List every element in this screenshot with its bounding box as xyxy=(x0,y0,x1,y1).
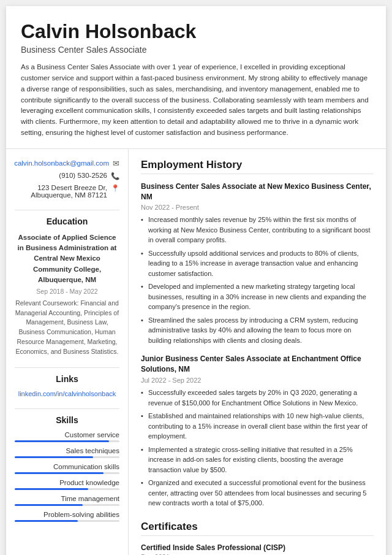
address-line2: Albuquerque, NM 87121 xyxy=(31,191,107,199)
skill-item: Time management xyxy=(15,495,119,506)
skill-item: Customer service xyxy=(15,431,119,442)
linkedin-link[interactable]: linkedin.com/in/calvinholsonback xyxy=(15,390,119,397)
email-row: calvin.holsonback@gmail.com ✉ xyxy=(15,159,119,168)
education-section: Education Associate of Applied Science i… xyxy=(15,216,119,357)
skill-item: Sales techniques xyxy=(15,447,119,458)
job-date: Nov 2022 - Present xyxy=(141,204,374,211)
skill-bar-fill xyxy=(15,440,109,442)
jobs-container: Business Center Sales Associate at New M… xyxy=(141,182,374,508)
skill-bar xyxy=(15,488,119,490)
contact-section: calvin.holsonback@gmail.com ✉ (910) 530-… xyxy=(15,159,119,199)
job-bullet: Established and maintained relationships… xyxy=(141,411,374,442)
employment-section-title: Employment History xyxy=(141,159,374,174)
links-section: Links linkedin.com/in/calvinholsonback xyxy=(15,374,119,397)
skill-bar xyxy=(15,520,119,522)
certificates-section-title: Certificates xyxy=(141,521,374,536)
education-content: Associate of Applied Science in Business… xyxy=(15,232,119,357)
address-line1: 123 Desert Breeze Dr, xyxy=(37,184,107,191)
employment-section: Employment History Business Center Sales… xyxy=(141,159,374,508)
skills-section: Skills Customer service Sales techniques… xyxy=(15,415,119,522)
skill-name: Customer service xyxy=(15,431,119,438)
phone-icon: 📞 xyxy=(111,172,119,180)
job-bullets: Increased monthly sales revenue by 25% w… xyxy=(141,215,374,345)
right-column: Employment History Business Center Sales… xyxy=(129,149,386,555)
job-bullet: Increased monthly sales revenue by 25% w… xyxy=(141,215,374,245)
phone-text: (910) 530-2526 xyxy=(59,172,107,179)
email-icon: ✉ xyxy=(113,159,119,168)
job-date: Jul 2022 - Sep 2022 xyxy=(141,377,374,384)
education-section-title: Education xyxy=(15,216,119,226)
certs-container: Certified Inside Sales Professional (CIS… xyxy=(141,543,374,555)
education-date: Sep 2018 - May 2022 xyxy=(15,287,119,297)
coursework-label: Relevant Coursework: xyxy=(15,299,78,307)
skill-bar-fill xyxy=(15,456,93,458)
resume-container: Calvin Holsonback Business Center Sales … xyxy=(6,6,386,555)
skill-bar-fill xyxy=(15,520,78,522)
skills-list: Customer service Sales techniques Commun… xyxy=(15,431,119,522)
cert-entry: Certified Inside Sales Professional (CIS… xyxy=(141,543,374,555)
header-section: Calvin Holsonback Business Center Sales … xyxy=(6,6,386,149)
skill-bar xyxy=(15,472,119,474)
skill-name: Product knowledge xyxy=(15,479,119,486)
header-summary: As a Business Center Sales Associate wit… xyxy=(21,62,371,139)
cert-name: Certified Inside Sales Professional (CIS… xyxy=(141,543,374,552)
cert-date: Dec 2021 xyxy=(141,553,374,555)
job-bullets: Successfully exceeded sales targets by 2… xyxy=(141,388,374,508)
job-entry: Business Center Sales Associate at New M… xyxy=(141,182,374,346)
job-bullet: Organized and executed a successful prom… xyxy=(141,478,374,508)
education-coursework: Relevant Coursework: Financial and Manag… xyxy=(15,299,119,357)
skill-name: Sales techniques xyxy=(15,447,119,454)
job-bullet: Successfully exceeded sales targets by 2… xyxy=(141,388,374,408)
candidate-title: Business Center Sales Associate xyxy=(21,45,371,55)
skill-name: Problem-solving abilities xyxy=(15,511,119,518)
job-title: Business Center Sales Associate at New M… xyxy=(141,182,374,202)
skill-name: Communication skills xyxy=(15,463,119,470)
skill-name: Time management xyxy=(15,495,119,502)
skill-bar-fill xyxy=(15,488,88,490)
job-bullet: Developed and implemented a new marketin… xyxy=(141,281,374,312)
job-bullet: Streamlined the sales process by introdu… xyxy=(141,315,374,346)
skill-bar xyxy=(15,440,119,442)
phone-row: (910) 530-2526 📞 xyxy=(15,172,119,180)
skill-bar-fill xyxy=(15,472,104,474)
skill-bar-fill xyxy=(15,504,83,506)
location-icon: 📍 xyxy=(111,184,119,193)
job-bullet: Successfully upsold additional services … xyxy=(141,248,374,279)
skill-item: Problem-solving abilities xyxy=(15,511,119,522)
skill-bar xyxy=(15,456,119,458)
certificates-section: Certificates Certified Inside Sales Prof… xyxy=(141,521,374,555)
candidate-name: Calvin Holsonback xyxy=(21,21,371,42)
body-layout: calvin.holsonback@gmail.com ✉ (910) 530-… xyxy=(6,149,386,555)
skill-bar xyxy=(15,504,119,506)
left-column: calvin.holsonback@gmail.com ✉ (910) 530-… xyxy=(6,149,129,555)
skill-item: Communication skills xyxy=(15,463,119,474)
email-text[interactable]: calvin.holsonback@gmail.com xyxy=(14,159,109,167)
skill-item: Product knowledge xyxy=(15,479,119,490)
address-row: 123 Desert Breeze Dr, Albuquerque, NM 87… xyxy=(15,184,119,199)
education-degree: Associate of Applied Science in Business… xyxy=(15,232,119,285)
job-title: Junior Business Center Sales Associate a… xyxy=(141,354,374,375)
links-section-title: Links xyxy=(15,374,119,384)
skills-section-title: Skills xyxy=(15,415,119,425)
coursework-text: Financial and Managerial Accounting, Pri… xyxy=(15,299,119,355)
job-bullet: Implemented a strategic cross-selling in… xyxy=(141,445,374,475)
job-entry: Junior Business Center Sales Associate a… xyxy=(141,354,374,508)
